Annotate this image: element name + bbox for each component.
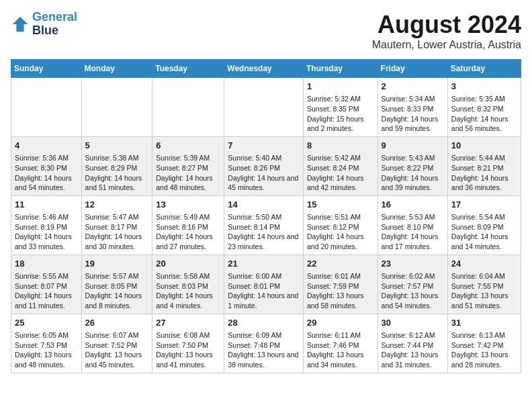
day-info: Sunrise: 5:32 AM bbox=[307, 94, 374, 104]
day-number: 29 bbox=[307, 317, 374, 329]
calendar-week-row: 18Sunrise: 5:55 AMSunset: 8:07 PMDayligh… bbox=[11, 255, 521, 314]
day-info: Daylight: 14 hours and 11 minutes. bbox=[15, 291, 78, 310]
day-info: Sunrise: 6:12 AM bbox=[382, 330, 444, 340]
day-info: Sunset: 8:30 PM bbox=[15, 163, 78, 173]
day-info: Daylight: 15 hours and 2 minutes. bbox=[307, 114, 374, 134]
day-info: Sunset: 7:46 PM bbox=[307, 340, 374, 351]
calendar-cell: 21Sunrise: 6:00 AMSunset: 8:01 PMDayligh… bbox=[224, 255, 304, 314]
day-number: 4 bbox=[15, 140, 78, 152]
day-info: Sunset: 8:07 PM bbox=[15, 281, 78, 291]
calendar-cell: 19Sunrise: 5:57 AMSunset: 8:05 PMDayligh… bbox=[81, 255, 152, 314]
day-info: Daylight: 13 hours and 54 minutes. bbox=[382, 291, 444, 310]
day-info: Sunset: 7:44 PM bbox=[382, 340, 444, 351]
calendar-cell: 20Sunrise: 5:58 AMSunset: 8:03 PMDayligh… bbox=[152, 255, 224, 314]
calendar-cell: 30Sunrise: 6:12 AMSunset: 7:44 PMDayligh… bbox=[378, 314, 447, 373]
calendar-cell bbox=[11, 78, 82, 137]
day-info: Sunrise: 6:11 AM bbox=[307, 330, 374, 340]
day-number: 23 bbox=[382, 258, 444, 270]
day-info: Sunrise: 5:42 AM bbox=[307, 153, 374, 163]
day-number: 25 bbox=[15, 317, 78, 329]
day-number: 8 bbox=[307, 140, 374, 152]
day-info: Sunset: 8:12 PM bbox=[307, 222, 374, 232]
day-number: 1 bbox=[307, 81, 374, 93]
day-info: Daylight: 14 hours and 23 minutes. bbox=[228, 232, 300, 251]
calendar-cell: 29Sunrise: 6:11 AMSunset: 7:46 PMDayligh… bbox=[303, 314, 378, 373]
day-info: Daylight: 13 hours and 41 minutes. bbox=[156, 350, 220, 369]
day-info: Daylight: 13 hours and 34 minutes. bbox=[307, 350, 374, 369]
day-number: 31 bbox=[451, 317, 517, 329]
day-info: Sunrise: 5:46 AM bbox=[15, 212, 78, 222]
day-info: Sunrise: 6:01 AM bbox=[307, 271, 374, 281]
day-info: Sunset: 7:57 PM bbox=[382, 281, 444, 291]
day-number: 17 bbox=[451, 199, 517, 211]
day-info: Daylight: 13 hours and 51 minutes. bbox=[451, 291, 517, 310]
calendar-cell: 2Sunrise: 5:34 AMSunset: 8:33 PMDaylight… bbox=[378, 78, 447, 137]
day-info: Sunrise: 5:38 AM bbox=[85, 153, 149, 163]
day-info: Daylight: 13 hours and 48 minutes. bbox=[15, 350, 78, 369]
day-info: Sunrise: 5:34 AM bbox=[382, 94, 444, 104]
calendar-header: SundayMondayTuesdayWednesdayThursdayFrid… bbox=[11, 60, 521, 78]
calendar-cell: 10Sunrise: 5:44 AMSunset: 8:21 PMDayligh… bbox=[447, 136, 521, 195]
day-info: Daylight: 14 hours and 4 minutes. bbox=[156, 291, 220, 310]
day-info: Sunset: 8:35 PM bbox=[307, 104, 374, 114]
day-number: 30 bbox=[382, 317, 444, 329]
calendar-cell: 16Sunrise: 5:53 AMSunset: 8:10 PMDayligh… bbox=[378, 195, 447, 255]
day-info: Daylight: 13 hours and 38 minutes. bbox=[228, 350, 300, 369]
day-info: Sunset: 8:33 PM bbox=[382, 104, 444, 114]
day-info: Daylight: 13 hours and 58 minutes. bbox=[307, 291, 374, 310]
svg-marker-0 bbox=[13, 17, 28, 32]
day-info: Sunset: 8:19 PM bbox=[15, 222, 78, 232]
day-info: Sunset: 7:42 PM bbox=[451, 340, 517, 351]
day-info: Daylight: 14 hours and 45 minutes. bbox=[228, 173, 300, 193]
day-info: Sunset: 7:50 PM bbox=[156, 340, 220, 351]
day-number: 15 bbox=[307, 199, 374, 211]
day-number: 28 bbox=[228, 317, 300, 329]
day-info: Sunrise: 5:50 AM bbox=[228, 212, 300, 222]
calendar-cell: 13Sunrise: 5:49 AMSunset: 8:16 PMDayligh… bbox=[152, 195, 224, 255]
day-info: Sunset: 8:32 PM bbox=[451, 104, 517, 114]
calendar-cell: 4Sunrise: 5:36 AMSunset: 8:30 PMDaylight… bbox=[11, 136, 82, 195]
day-info: Sunrise: 6:04 AM bbox=[451, 271, 517, 281]
calendar-body: 1Sunrise: 5:32 AMSunset: 8:35 PMDaylight… bbox=[11, 78, 521, 373]
day-info: Sunrise: 6:05 AM bbox=[15, 330, 78, 340]
calendar-cell: 12Sunrise: 5:47 AMSunset: 8:17 PMDayligh… bbox=[81, 195, 152, 255]
calendar-cell: 5Sunrise: 5:38 AMSunset: 8:29 PMDaylight… bbox=[81, 136, 152, 195]
day-info: Sunrise: 5:55 AM bbox=[15, 271, 78, 281]
day-info: Daylight: 14 hours and 1 minute. bbox=[228, 291, 300, 310]
day-number: 7 bbox=[228, 140, 300, 152]
calendar-day-header: Wednesday bbox=[224, 60, 304, 78]
day-info: Sunrise: 5:57 AM bbox=[85, 271, 149, 281]
day-number: 21 bbox=[228, 258, 300, 270]
day-info: Sunrise: 5:49 AM bbox=[156, 212, 220, 222]
day-info: Daylight: 14 hours and 20 minutes. bbox=[307, 232, 374, 251]
calendar-cell: 8Sunrise: 5:42 AMSunset: 8:24 PMDaylight… bbox=[303, 136, 378, 195]
day-info: Sunrise: 5:51 AM bbox=[307, 212, 374, 222]
day-info: Sunset: 7:59 PM bbox=[307, 281, 374, 291]
day-info: Sunset: 8:21 PM bbox=[451, 163, 517, 173]
day-info: Sunrise: 6:09 AM bbox=[228, 330, 300, 340]
day-info: Sunrise: 5:54 AM bbox=[451, 212, 517, 222]
calendar-week-row: 4Sunrise: 5:36 AMSunset: 8:30 PMDaylight… bbox=[11, 136, 521, 195]
calendar-cell: 23Sunrise: 6:02 AMSunset: 7:57 PMDayligh… bbox=[378, 255, 447, 314]
calendar-week-row: 25Sunrise: 6:05 AMSunset: 7:53 PMDayligh… bbox=[11, 314, 521, 373]
day-number: 9 bbox=[382, 140, 444, 152]
calendar-cell: 28Sunrise: 6:09 AMSunset: 7:48 PMDayligh… bbox=[224, 314, 304, 373]
day-info: Sunrise: 5:35 AM bbox=[451, 94, 517, 104]
logo-text: General Blue bbox=[32, 11, 77, 38]
day-info: Sunrise: 5:40 AM bbox=[228, 153, 300, 163]
calendar-cell bbox=[224, 78, 304, 137]
calendar-day-header: Sunday bbox=[11, 60, 82, 78]
day-info: Daylight: 14 hours and 27 minutes. bbox=[156, 232, 220, 251]
calendar-cell: 25Sunrise: 6:05 AMSunset: 7:53 PMDayligh… bbox=[11, 314, 82, 373]
day-number: 3 bbox=[451, 81, 517, 93]
logo-icon bbox=[11, 15, 30, 34]
calendar-day-header: Saturday bbox=[447, 60, 521, 78]
day-info: Daylight: 14 hours and 56 minutes. bbox=[451, 114, 517, 134]
day-info: Daylight: 14 hours and 39 minutes. bbox=[382, 173, 444, 193]
calendar-day-header: Thursday bbox=[303, 60, 378, 78]
calendar-week-row: 1Sunrise: 5:32 AMSunset: 8:35 PMDaylight… bbox=[11, 78, 521, 137]
calendar-cell: 7Sunrise: 5:40 AMSunset: 8:26 PMDaylight… bbox=[224, 136, 304, 195]
day-info: Sunrise: 6:13 AM bbox=[451, 330, 517, 340]
calendar-cell: 1Sunrise: 5:32 AMSunset: 8:35 PMDaylight… bbox=[303, 78, 378, 137]
day-number: 22 bbox=[307, 258, 374, 270]
